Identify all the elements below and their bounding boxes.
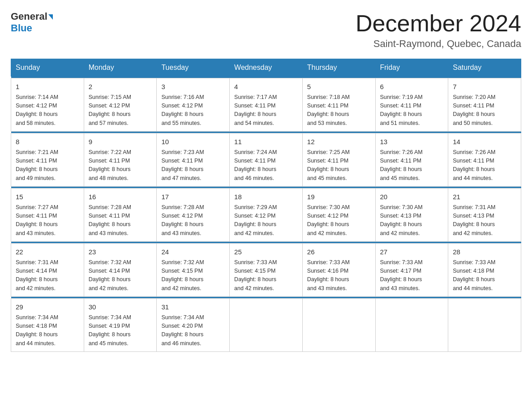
calendar-cell: 16Sunrise: 7:28 AMSunset: 4:11 PMDayligh… xyxy=(84,188,157,242)
calendar-cell: 26Sunrise: 7:33 AMSunset: 4:16 PMDayligh… xyxy=(302,244,375,297)
day-number: 17 xyxy=(161,192,225,202)
day-info: Sunrise: 7:32 AMSunset: 4:14 PMDaylight:… xyxy=(89,258,152,293)
weekday-header-saturday: Saturday xyxy=(448,59,521,77)
day-info: Sunrise: 7:30 AMSunset: 4:12 PMDaylight:… xyxy=(307,203,371,238)
day-number: 27 xyxy=(380,247,444,257)
calendar-title: December 2024 xyxy=(356,11,521,36)
day-info: Sunrise: 7:29 AMSunset: 4:12 PMDaylight:… xyxy=(234,203,298,238)
day-number: 2 xyxy=(89,82,152,92)
calendar-cell: 3Sunrise: 7:16 AMSunset: 4:12 PMDaylight… xyxy=(157,78,230,132)
day-number: 14 xyxy=(453,137,516,147)
day-number: 29 xyxy=(16,302,79,313)
logo-blue-text: Blue xyxy=(11,22,32,34)
day-number: 7 xyxy=(453,82,516,92)
weekday-header-tuesday: Tuesday xyxy=(157,59,230,77)
calendar-week-row-3: 22Sunrise: 7:31 AMSunset: 4:14 PMDayligh… xyxy=(11,244,521,297)
day-info: Sunrise: 7:26 AMSunset: 4:11 PMDaylight:… xyxy=(453,148,516,183)
calendar-cell: 12Sunrise: 7:25 AMSunset: 4:11 PMDayligh… xyxy=(302,133,375,187)
calendar-cell: 2Sunrise: 7:15 AMSunset: 4:12 PMDaylight… xyxy=(84,78,157,132)
calendar-cell xyxy=(448,299,521,352)
weekday-header-thursday: Thursday xyxy=(302,59,375,77)
logo-triangle-icon xyxy=(48,14,53,20)
day-number: 6 xyxy=(380,82,444,92)
day-number: 15 xyxy=(16,192,79,202)
calendar-cell: 11Sunrise: 7:24 AMSunset: 4:11 PMDayligh… xyxy=(230,133,303,187)
day-number: 10 xyxy=(161,137,225,147)
day-number: 21 xyxy=(453,192,516,202)
calendar-cell: 14Sunrise: 7:26 AMSunset: 4:11 PMDayligh… xyxy=(448,133,521,187)
calendar-cell: 10Sunrise: 7:23 AMSunset: 4:11 PMDayligh… xyxy=(157,133,230,187)
logo-blue: Blue xyxy=(11,22,32,34)
day-number: 25 xyxy=(234,247,298,257)
day-info: Sunrise: 7:24 AMSunset: 4:11 PMDaylight:… xyxy=(234,148,298,183)
day-info: Sunrise: 7:32 AMSunset: 4:15 PMDaylight:… xyxy=(161,258,225,293)
calendar-cell: 17Sunrise: 7:28 AMSunset: 4:12 PMDayligh… xyxy=(157,188,230,242)
day-number: 22 xyxy=(16,247,79,257)
day-info: Sunrise: 7:33 AMSunset: 4:18 PMDaylight:… xyxy=(453,258,516,293)
day-info: Sunrise: 7:19 AMSunset: 4:11 PMDaylight:… xyxy=(380,93,444,128)
day-info: Sunrise: 7:31 AMSunset: 4:13 PMDaylight:… xyxy=(453,203,516,238)
day-number: 3 xyxy=(161,82,225,92)
day-number: 5 xyxy=(307,82,371,92)
day-number: 28 xyxy=(453,247,516,257)
calendar-cell: 30Sunrise: 7:34 AMSunset: 4:19 PMDayligh… xyxy=(84,299,157,352)
day-info: Sunrise: 7:33 AMSunset: 4:16 PMDaylight:… xyxy=(307,258,371,293)
day-info: Sunrise: 7:33 AMSunset: 4:17 PMDaylight:… xyxy=(380,258,444,293)
calendar-week-row-1: 8Sunrise: 7:21 AMSunset: 4:11 PMDaylight… xyxy=(11,133,521,187)
day-number: 23 xyxy=(89,247,152,257)
weekday-header-sunday: Sunday xyxy=(11,59,84,77)
calendar-cell xyxy=(302,299,375,352)
calendar-week-row-2: 15Sunrise: 7:27 AMSunset: 4:11 PMDayligh… xyxy=(11,188,521,242)
calendar-cell: 23Sunrise: 7:32 AMSunset: 4:14 PMDayligh… xyxy=(84,244,157,297)
calendar-week-row-0: 1Sunrise: 7:14 AMSunset: 4:12 PMDaylight… xyxy=(11,78,521,132)
day-number: 19 xyxy=(307,192,371,202)
day-number: 18 xyxy=(234,192,298,202)
day-info: Sunrise: 7:30 AMSunset: 4:13 PMDaylight:… xyxy=(380,203,444,238)
page-header: General Blue December 2024 Saint-Raymond… xyxy=(11,11,521,50)
calendar-cell: 15Sunrise: 7:27 AMSunset: 4:11 PMDayligh… xyxy=(11,188,84,242)
day-info: Sunrise: 7:25 AMSunset: 4:11 PMDaylight:… xyxy=(307,148,371,183)
calendar-cell: 25Sunrise: 7:33 AMSunset: 4:15 PMDayligh… xyxy=(230,244,303,297)
calendar-cell: 21Sunrise: 7:31 AMSunset: 4:13 PMDayligh… xyxy=(448,188,521,242)
day-number: 31 xyxy=(161,302,225,313)
day-number: 12 xyxy=(307,137,371,147)
calendar-cell: 8Sunrise: 7:21 AMSunset: 4:11 PMDaylight… xyxy=(11,133,84,187)
weekday-header-row: SundayMondayTuesdayWednesdayThursdayFrid… xyxy=(11,59,521,77)
day-info: Sunrise: 7:17 AMSunset: 4:11 PMDaylight:… xyxy=(234,93,298,128)
day-info: Sunrise: 7:21 AMSunset: 4:11 PMDaylight:… xyxy=(16,148,79,183)
calendar-subtitle: Saint-Raymond, Quebec, Canada xyxy=(356,38,521,50)
calendar-table: SundayMondayTuesdayWednesdayThursdayFrid… xyxy=(11,59,521,352)
calendar-cell: 7Sunrise: 7:20 AMSunset: 4:11 PMDaylight… xyxy=(448,78,521,132)
day-number: 4 xyxy=(234,82,298,92)
day-number: 13 xyxy=(380,137,444,147)
day-number: 16 xyxy=(89,192,152,202)
day-number: 20 xyxy=(380,192,444,202)
calendar-cell: 6Sunrise: 7:19 AMSunset: 4:11 PMDaylight… xyxy=(375,78,448,132)
weekday-header-wednesday: Wednesday xyxy=(230,59,303,77)
day-number: 1 xyxy=(16,82,79,92)
title-block: December 2024 Saint-Raymond, Quebec, Can… xyxy=(356,11,521,50)
calendar-cell: 20Sunrise: 7:30 AMSunset: 4:13 PMDayligh… xyxy=(375,188,448,242)
calendar-week-row-4: 29Sunrise: 7:34 AMSunset: 4:18 PMDayligh… xyxy=(11,299,521,352)
calendar-cell: 24Sunrise: 7:32 AMSunset: 4:15 PMDayligh… xyxy=(157,244,230,297)
calendar-cell xyxy=(375,299,448,352)
calendar-cell xyxy=(230,299,303,352)
logo: General Blue xyxy=(11,11,53,34)
calendar-cell: 18Sunrise: 7:29 AMSunset: 4:12 PMDayligh… xyxy=(230,188,303,242)
day-info: Sunrise: 7:20 AMSunset: 4:11 PMDaylight:… xyxy=(453,93,516,128)
day-info: Sunrise: 7:15 AMSunset: 4:12 PMDaylight:… xyxy=(89,93,152,128)
day-info: Sunrise: 7:16 AMSunset: 4:12 PMDaylight:… xyxy=(161,93,225,128)
calendar-cell: 31Sunrise: 7:34 AMSunset: 4:20 PMDayligh… xyxy=(157,299,230,352)
day-info: Sunrise: 7:18 AMSunset: 4:11 PMDaylight:… xyxy=(307,93,371,128)
logo-general: General xyxy=(11,11,47,22)
calendar-cell: 5Sunrise: 7:18 AMSunset: 4:11 PMDaylight… xyxy=(302,78,375,132)
day-number: 26 xyxy=(307,247,371,257)
day-info: Sunrise: 7:14 AMSunset: 4:12 PMDaylight:… xyxy=(16,93,79,128)
calendar-cell: 19Sunrise: 7:30 AMSunset: 4:12 PMDayligh… xyxy=(302,188,375,242)
calendar-cell: 29Sunrise: 7:34 AMSunset: 4:18 PMDayligh… xyxy=(11,299,84,352)
day-info: Sunrise: 7:22 AMSunset: 4:11 PMDaylight:… xyxy=(89,148,152,183)
calendar-cell: 1Sunrise: 7:14 AMSunset: 4:12 PMDaylight… xyxy=(11,78,84,132)
day-number: 30 xyxy=(89,302,152,313)
calendar-cell: 9Sunrise: 7:22 AMSunset: 4:11 PMDaylight… xyxy=(84,133,157,187)
calendar-cell: 27Sunrise: 7:33 AMSunset: 4:17 PMDayligh… xyxy=(375,244,448,297)
